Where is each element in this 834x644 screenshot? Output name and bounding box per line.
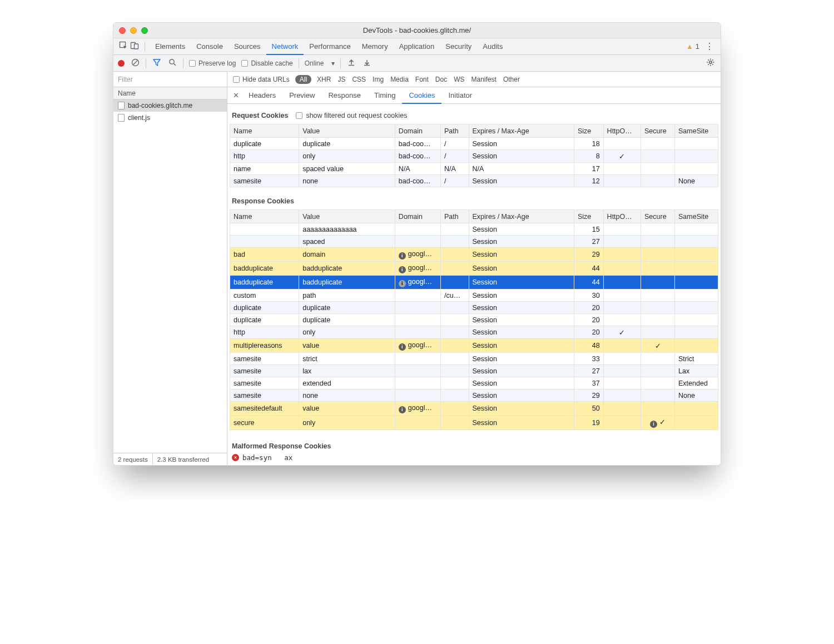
- cookie-row[interactable]: httponlybad-coo…/Session8✓: [230, 150, 718, 163]
- column-header[interactable]: SameSite: [675, 124, 718, 138]
- throttle-select[interactable]: Online▾: [305, 59, 335, 67]
- column-header[interactable]: Secure: [641, 124, 674, 138]
- settings-icon[interactable]: [706, 58, 715, 68]
- tab-memory[interactable]: Memory: [356, 38, 394, 55]
- filter-type-media[interactable]: Media: [390, 76, 409, 83]
- warnings-indicator[interactable]: ▲1: [686, 42, 699, 51]
- cookie-row[interactable]: samesitedefaultvalueigoogl…Session50: [230, 402, 718, 416]
- filter-type-img[interactable]: Img: [373, 76, 384, 83]
- cookie-row[interactable]: badduplicatebadduplicateigoogl…Session44: [230, 276, 718, 289]
- request-cookies-heading: Request Cookies: [232, 112, 288, 119]
- subtab-timing[interactable]: Timing: [368, 87, 403, 104]
- tab-sources[interactable]: Sources: [229, 38, 266, 55]
- tab-audits[interactable]: Audits: [477, 38, 508, 55]
- filter-type-other[interactable]: Other: [503, 76, 520, 83]
- svg-point-9: [709, 61, 712, 63]
- column-header[interactable]: Value: [299, 124, 395, 138]
- column-header[interactable]: HttpO…: [603, 124, 641, 138]
- titlebar: DevTools - bad-cookies.glitch.me/: [113, 23, 721, 38]
- cookie-row[interactable]: samesitenonebad-coo…/Session12None: [230, 175, 718, 187]
- malformed-line: ✕ bad=syn ax: [232, 453, 716, 462]
- column-header[interactable]: Expires / Max-Age: [469, 124, 574, 138]
- column-header[interactable]: Name: [230, 210, 299, 223]
- filter-type-manifest[interactable]: Manifest: [471, 76, 497, 83]
- cookies-panel: Request Cookies show filtered out reques…: [227, 104, 721, 465]
- column-header[interactable]: Size: [574, 210, 603, 223]
- show-filtered-checkbox[interactable]: show filtered out request cookies: [296, 112, 407, 119]
- window-title: DevTools - bad-cookies.glitch.me/: [113, 26, 721, 34]
- tab-performance[interactable]: Performance: [304, 38, 356, 55]
- info-icon: i: [399, 252, 406, 259]
- column-header[interactable]: HttpO…: [603, 210, 641, 223]
- filter-type-all[interactable]: All: [295, 75, 311, 84]
- more-menu-icon[interactable]: ⋮: [703, 41, 716, 52]
- cookie-row[interactable]: baddomainigoogl…Session29: [230, 248, 718, 262]
- hide-data-urls-checkbox[interactable]: Hide data URLs: [233, 76, 290, 83]
- filter-type-doc[interactable]: Doc: [435, 76, 447, 83]
- filter-type-xhr[interactable]: XHR: [317, 76, 331, 83]
- cookie-row[interactable]: namespaced valueN/AN/AN/A17: [230, 163, 718, 175]
- cookie-row[interactable]: samesitelaxSession27Lax: [230, 365, 718, 377]
- cookie-row[interactable]: samesitenoneSession29None: [230, 390, 718, 402]
- file-icon: [118, 102, 125, 109]
- inspect-element-icon[interactable]: [118, 41, 129, 52]
- cookie-row[interactable]: spacedSession27: [230, 236, 718, 248]
- cookie-row[interactable]: httponlySession20✓: [230, 326, 718, 339]
- tab-network[interactable]: Network: [266, 38, 304, 55]
- cookie-row[interactable]: custompath/cu…Session30: [230, 289, 718, 302]
- subtab-headers[interactable]: Headers: [242, 87, 282, 104]
- filter-type-css[interactable]: CSS: [352, 76, 366, 83]
- column-header[interactable]: Size: [574, 124, 603, 138]
- column-header[interactable]: Path: [440, 124, 469, 138]
- cookie-row[interactable]: samesiteextendedSession37Extended: [230, 377, 718, 390]
- preserve-log-checkbox[interactable]: Preserve log: [189, 59, 236, 67]
- cookie-row[interactable]: secureonlySession19i✓: [230, 416, 718, 430]
- info-icon: i: [650, 421, 657, 428]
- search-icon[interactable]: [167, 58, 177, 68]
- cookie-row[interactable]: samesitestrictSession33Strict: [230, 353, 718, 365]
- response-cookies-heading: Response Cookies: [232, 197, 294, 205]
- cookie-row[interactable]: duplicateduplicatebad-coo…/Session18: [230, 138, 718, 150]
- device-toggle-icon[interactable]: [129, 41, 140, 52]
- column-header[interactable]: Name: [230, 124, 299, 138]
- info-icon: i: [399, 343, 406, 351]
- filter-toggle-icon[interactable]: [152, 58, 162, 68]
- request-item[interactable]: bad-cookies.glitch.me: [113, 99, 227, 112]
- sidebar-header[interactable]: Name: [113, 87, 227, 99]
- column-header[interactable]: Value: [299, 210, 395, 223]
- close-panel-icon[interactable]: ✕: [230, 91, 242, 99]
- filter-type-js[interactable]: JS: [337, 76, 345, 83]
- subtab-response[interactable]: Response: [321, 87, 368, 104]
- filter-type-ws[interactable]: WS: [454, 76, 464, 83]
- subtab-cookies[interactable]: Cookies: [402, 87, 441, 104]
- tab-elements[interactable]: Elements: [150, 38, 191, 55]
- request-item[interactable]: client.js: [113, 112, 227, 124]
- column-header[interactable]: Domain: [395, 124, 440, 138]
- subtab-initiator[interactable]: Initiator: [441, 87, 479, 104]
- cookie-row[interactable]: duplicateduplicateSession20: [230, 302, 718, 314]
- column-header[interactable]: Secure: [641, 210, 674, 223]
- svg-point-5: [170, 59, 174, 64]
- tab-application[interactable]: Application: [394, 38, 440, 55]
- cookie-row[interactable]: badduplicatebadduplicateigoogl…Session44: [230, 262, 718, 276]
- download-har-icon[interactable]: [362, 58, 372, 68]
- filter-input[interactable]: Filter: [113, 72, 227, 87]
- record-button[interactable]: [118, 60, 125, 67]
- info-icon: i: [399, 266, 406, 273]
- tab-security[interactable]: Security: [440, 38, 477, 55]
- column-header[interactable]: SameSite: [675, 210, 718, 223]
- column-header[interactable]: Domain: [395, 210, 440, 223]
- column-header[interactable]: Expires / Max-Age: [469, 210, 574, 223]
- disable-cache-checkbox[interactable]: Disable cache: [241, 59, 292, 67]
- column-header[interactable]: Path: [440, 210, 469, 223]
- cookie-row[interactable]: aaaaaaaaaaaaaaSession15: [230, 223, 718, 236]
- filter-type-font[interactable]: Font: [415, 76, 429, 83]
- upload-har-icon[interactable]: [346, 58, 356, 68]
- cookie-row[interactable]: duplicateduplicateSession20: [230, 314, 718, 326]
- clear-icon[interactable]: [130, 58, 140, 68]
- request-sub-tabs: ✕ HeadersPreviewResponseTimingCookiesIni…: [227, 87, 721, 104]
- subtab-preview[interactable]: Preview: [282, 87, 321, 104]
- main-tabs: ElementsConsoleSourcesNetworkPerformance…: [113, 38, 721, 55]
- tab-console[interactable]: Console: [191, 38, 229, 55]
- cookie-row[interactable]: multiplereasonsvalueigoogl…Session48✓: [230, 339, 718, 353]
